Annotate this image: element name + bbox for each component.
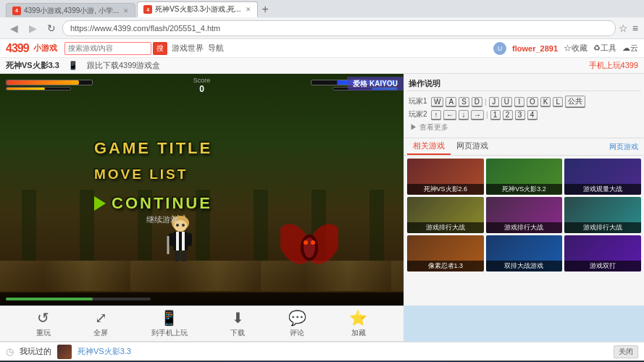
action-bar: ↺ 重玩 ⤢ 全屏 📱 到手机上玩 ⬇ 下载 💬 评论 ⭐ 加藏 — [0, 306, 403, 342]
recently-played-bar: ◷ 我玩过的 死神VS火影3.3 关闭 — [0, 342, 644, 361]
game-thumb-4[interactable]: 游戏排行大战 — [407, 197, 484, 233]
game-menu-overlay: GAME TITLE MOVE LIST CONTINUE 继续游戏 — [94, 139, 212, 225]
user-name[interactable]: flower_2891 — [512, 44, 558, 53]
site-right-nav: U flower_2891 ☆收藏 ♻工具 ☁云 — [493, 42, 638, 55]
fullscreen-icon: ⤢ — [95, 309, 107, 327]
tab-close-2[interactable]: ✕ — [246, 6, 251, 13]
phone-play-link[interactable]: 手机上玩4399 — [589, 60, 638, 71]
menu-item-continue[interactable]: CONTINUE — [94, 194, 212, 213]
p2-key-2: 2 — [503, 110, 513, 119]
mobile-label: 到手机上玩 — [151, 328, 188, 338]
game-thumb-label-6: 游戏排行大战 — [564, 222, 641, 233]
more-controls[interactable]: ▶ 查看更多 — [409, 122, 640, 133]
nav-world[interactable]: 游戏世界 — [172, 43, 204, 54]
bookmark-icon[interactable]: ☆ — [619, 22, 628, 34]
p1-key-o: O — [527, 97, 538, 106]
action-fullscreen[interactable]: ⤢ 全屏 — [93, 309, 108, 338]
tab-favicon-1: 4 — [12, 7, 21, 15]
fullscreen-label: 全屏 — [93, 328, 108, 338]
tab-label-1: 4399小游戏,4399小游, 小学... — [24, 6, 119, 16]
nav-forward-button[interactable]: ▶ — [25, 20, 41, 36]
address-box[interactable]: https://www.4399.com/flash/205551_4.htm — [62, 20, 616, 36]
address-bar-row: ◀ ▶ ↻ https://www.4399.com/flash/205551_… — [0, 17, 644, 39]
site-logo[interactable]: 4399 — [6, 42, 29, 55]
nav-back-button[interactable]: ◀ — [6, 20, 22, 36]
recently-game-link[interactable]: 死神VS火影3.3 — [78, 346, 131, 357]
search-input[interactable] — [64, 42, 151, 55]
action-favorite[interactable]: ⭐ 加藏 — [349, 309, 367, 338]
action-download[interactable]: ⬇ 下载 — [230, 309, 245, 338]
svg-rect-9 — [179, 232, 182, 251]
progress-bar-fill — [6, 298, 93, 300]
continue-text[interactable]: CONTINUE — [112, 194, 212, 213]
menu-item-title: GAME TITLE — [94, 139, 212, 158]
p1-public: 公共 — [565, 96, 585, 107]
rocks-layer — [0, 261, 403, 291]
controls-title: 操作说明 — [407, 77, 641, 91]
game-thumb-label-7: 像素忍者1.3 — [407, 261, 484, 272]
game-thumb-5[interactable]: 游戏排行大战 — [486, 197, 563, 233]
game-thumb-label-2: 死神VS火影3.2 — [486, 184, 563, 195]
tab-related-games[interactable]: 相关游戏 — [407, 138, 451, 155]
game-thumb-1[interactable]: 死神VS火影2.6 — [407, 159, 484, 195]
watermark-text: 爱格 KAIYOU — [353, 80, 398, 88]
svg-rect-10 — [169, 233, 174, 246]
tab-favicon-2: 4 — [143, 5, 152, 14]
p1-hp-bar-fill — [7, 80, 79, 85]
progress-bar-outer — [6, 298, 151, 300]
tab-label-2: 死神VS火影3.3小游戏,死... — [155, 4, 241, 14]
main-area: Score 0 GAME TITLE MOVE LIST CONTINUE 继续… — [0, 74, 644, 306]
game-thumb-9[interactable]: 游戏双打 — [564, 235, 641, 272]
tools-link[interactable]: ♻工具 — [593, 43, 616, 54]
p2-key-1: 1 — [490, 110, 501, 119]
replay-label: 重玩 — [36, 328, 51, 338]
move-list-text: MOVE LIST — [94, 167, 188, 182]
tab-close-1[interactable]: ✕ — [123, 7, 129, 14]
nav-reload-button[interactable]: ↻ — [43, 20, 59, 36]
cloud-link[interactable]: ☁云 — [622, 43, 638, 54]
game-thumb-6[interactable]: 游戏排行大战 — [564, 197, 641, 233]
game-thumb-2[interactable]: 死神VS火影3.2 — [486, 159, 563, 195]
nav-guide[interactable]: 导航 — [208, 43, 224, 54]
p1-key-s: S — [459, 97, 469, 106]
phone-compare-icon: 📱 — [68, 61, 78, 70]
game-viewport[interactable]: Score 0 GAME TITLE MOVE LIST CONTINUE 继续… — [0, 74, 403, 306]
continue-sub-text: 继续游戏 — [112, 214, 212, 225]
svg-rect-11 — [187, 233, 192, 246]
tab-web-games[interactable]: 网页游戏 — [451, 138, 494, 155]
game-thumb-8[interactable]: 双排大战游戏 — [486, 235, 563, 272]
comment-icon: 💬 — [288, 309, 306, 327]
p1-label: 玩家1 — [409, 96, 429, 106]
recently-close-button[interactable]: 关闭 — [614, 345, 638, 358]
menu-item-move: MOVE LIST — [94, 167, 212, 182]
p2-sep: | — [486, 111, 488, 119]
game-thumb-7[interactable]: 像素忍者1.3 — [407, 235, 484, 272]
search-button[interactable]: 搜 — [153, 42, 167, 55]
action-replay[interactable]: ↺ 重玩 — [36, 309, 51, 338]
game-thumb-label-5: 游戏排行大战 — [486, 222, 563, 233]
replay-icon: ↺ — [37, 309, 49, 327]
p2-key-4: 4 — [527, 110, 538, 119]
compare-download-text[interactable]: 跟比下载4399游戏盒 — [87, 60, 160, 71]
tab-inactive[interactable]: 4 4399小游戏,4399小游, 小学... ✕ — [6, 3, 135, 17]
player1-hud — [6, 80, 93, 90]
download-icon: ⬇ — [232, 309, 244, 327]
action-mobile[interactable]: 📱 到手机上玩 — [151, 309, 188, 338]
action-comment[interactable]: 💬 评论 — [288, 309, 306, 338]
site-search: 搜 — [64, 42, 167, 55]
p2-key-3: 3 — [515, 110, 525, 119]
p1-mp-bar-fill — [7, 88, 45, 90]
add-tab-button[interactable]: + — [259, 1, 272, 17]
user-avatar: U — [493, 42, 506, 55]
p1-key-k: K — [540, 97, 551, 106]
game-thumb-3[interactable]: 游戏观量大战 — [564, 159, 641, 195]
more-web-games-link[interactable]: 网页游戏 — [609, 142, 641, 152]
p1-key-l: L — [553, 97, 563, 106]
continue-arrow-icon — [94, 196, 106, 211]
p1-key-w: W — [431, 97, 443, 106]
enemy-fire-effect — [280, 215, 338, 268]
favorite-link[interactable]: ☆收藏 — [564, 43, 587, 54]
tab-active[interactable]: 4 死神VS火影3.3小游戏,死... ✕ — [137, 1, 257, 17]
menu-icon[interactable]: ≡ — [632, 22, 638, 34]
controls-section: 操作说明 玩家1 W A S D | J U I O K L 公共 — [404, 74, 644, 138]
